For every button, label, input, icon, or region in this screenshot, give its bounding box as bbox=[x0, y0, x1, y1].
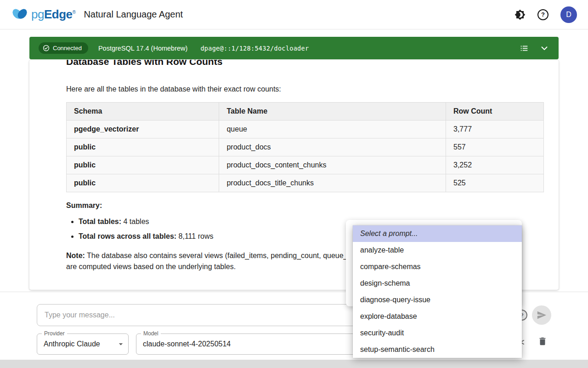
connection-bar-actions bbox=[519, 43, 549, 53]
server-version-label: PostgreSQL 17.4 (Homebrew) bbox=[98, 45, 188, 52]
provider-select[interactable]: Provider Anthropic Claude bbox=[37, 334, 129, 355]
summary-heading: Summary: bbox=[66, 201, 544, 210]
clear-chat-button[interactable] bbox=[537, 336, 548, 348]
cell-schema: public bbox=[67, 138, 219, 156]
cell-schema: pgedge_vectorizer bbox=[67, 121, 219, 138]
prompt-option-placeholder[interactable]: Select a prompt... bbox=[353, 225, 522, 242]
cell-row-count: 3,777 bbox=[446, 121, 543, 138]
page-title: Natural Language Agent bbox=[84, 9, 183, 20]
header-actions: ? D bbox=[514, 6, 577, 23]
cell-table-name: queue bbox=[219, 121, 446, 138]
column-header-table-name: Table Name bbox=[219, 103, 446, 121]
app-header: pgEdge® Natural Language Agent ? D bbox=[0, 0, 588, 29]
summary-item-label: Total rows across all tables: bbox=[79, 232, 176, 240]
prompt-option[interactable]: setup-semantic-search bbox=[353, 341, 522, 358]
cell-schema: public bbox=[67, 174, 219, 192]
wordmark-edge: Edge bbox=[44, 7, 73, 21]
help-icon: ? bbox=[537, 9, 548, 20]
message-heading: Database Tables with Row Counts bbox=[66, 60, 544, 68]
table-row: public product_docs 557 bbox=[67, 138, 544, 156]
prompt-option[interactable]: analyze-table bbox=[353, 242, 522, 259]
connection-status-label: Connected bbox=[53, 45, 82, 52]
prompt-option[interactable]: compare-schemas bbox=[353, 259, 522, 275]
table-row: public product_docs_content_chunks 3,252 bbox=[67, 156, 544, 174]
note-label: Note: bbox=[66, 252, 85, 259]
prompt-option[interactable]: security-audit bbox=[353, 325, 522, 341]
model-label: Model bbox=[141, 330, 161, 337]
table-body: pgedge_vectorizer queue 3,777 public pro… bbox=[67, 121, 544, 192]
connection-list-button[interactable] bbox=[519, 43, 529, 53]
dropdown-caret-icon bbox=[116, 339, 125, 351]
row-counts-table: Schema Table Name Row Count pgedge_vecto… bbox=[66, 102, 544, 192]
provider-value: Anthropic Claude bbox=[37, 334, 128, 354]
wordmark-registered-mark: ® bbox=[73, 10, 76, 15]
trash-icon bbox=[537, 336, 548, 346]
cell-table-name: product_docs_title_chunks bbox=[219, 174, 446, 192]
connection-bar: Connected PostgreSQL 17.4 (Homebrew) dpa… bbox=[29, 37, 559, 59]
connection-status-badge: Connected bbox=[39, 42, 88, 54]
column-header-row-count: Row Count bbox=[446, 103, 543, 121]
summary-item-value: 4 tables bbox=[124, 218, 149, 225]
cell-row-count: 525 bbox=[446, 174, 543, 192]
list-icon bbox=[519, 43, 529, 53]
table-row: public product_docs_title_chunks 525 bbox=[67, 174, 544, 192]
prompt-option[interactable]: design-schema bbox=[353, 275, 522, 292]
chevron-down-icon bbox=[539, 43, 549, 53]
dark-mode-toggle-button[interactable] bbox=[514, 9, 526, 20]
help-button[interactable]: ? bbox=[537, 9, 548, 20]
prompt-option[interactable]: explore-database bbox=[353, 308, 522, 325]
prompt-option[interactable]: diagnose-query-issue bbox=[353, 292, 522, 308]
pgedge-logo: pgEdge® bbox=[11, 7, 75, 22]
cell-table-name: product_docs_content_chunks bbox=[219, 156, 446, 174]
table-header-row: Schema Table Name Row Count bbox=[67, 103, 544, 121]
summary-item-label: Total tables: bbox=[79, 218, 121, 225]
connection-collapse-button[interactable] bbox=[539, 43, 549, 53]
wordmark-pg: pg bbox=[31, 7, 44, 21]
bottom-strip bbox=[0, 360, 588, 368]
pgedge-heart-icon bbox=[11, 7, 28, 22]
cell-schema: public bbox=[67, 156, 219, 174]
send-button[interactable] bbox=[532, 305, 551, 325]
pgedge-wordmark: pgEdge® bbox=[31, 7, 75, 22]
provider-label: Provider bbox=[42, 330, 67, 337]
connection-dsn: dpage@::1/128:5432/docloader bbox=[200, 45, 309, 52]
table-row: pgedge_vectorizer queue 3,777 bbox=[67, 121, 544, 138]
message-intro: Here are all the tables in the database … bbox=[66, 84, 544, 95]
cell-row-count: 557 bbox=[446, 138, 543, 156]
cell-row-count: 3,252 bbox=[446, 156, 543, 174]
check-circle-icon bbox=[43, 45, 50, 52]
user-avatar[interactable]: D bbox=[560, 6, 577, 23]
send-icon bbox=[537, 310, 547, 320]
summary-item-value: 8,111 rows bbox=[179, 232, 214, 240]
cell-table-name: product_docs bbox=[219, 138, 446, 156]
column-header-schema: Schema bbox=[67, 103, 219, 121]
brightness-icon bbox=[514, 9, 526, 20]
prompt-dropdown-list: Select a prompt... analyze-table compare… bbox=[353, 225, 522, 358]
